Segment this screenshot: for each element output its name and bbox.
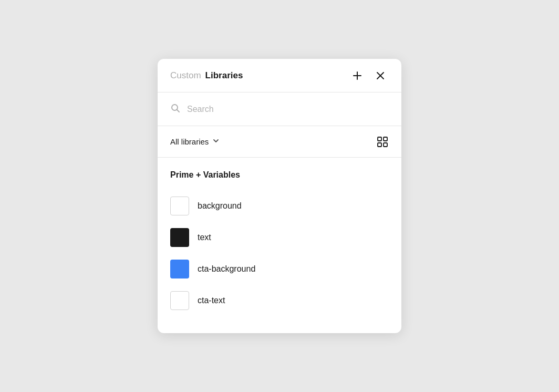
add-button[interactable] <box>349 67 366 84</box>
grid-view-button[interactable] <box>376 136 389 148</box>
filter-section: All libraries <box>158 126 401 158</box>
chevron-down-icon <box>212 137 220 147</box>
libraries-tab[interactable]: Libraries <box>205 70 345 81</box>
svg-rect-7 <box>384 137 387 141</box>
color-swatch-cta-text <box>170 291 189 310</box>
svg-rect-9 <box>384 143 387 147</box>
filter-label: All libraries <box>170 137 209 146</box>
color-list: background text cta-background cta-text <box>170 190 389 316</box>
close-button[interactable] <box>372 67 389 84</box>
header-actions <box>349 67 389 84</box>
list-item: text <box>170 222 389 253</box>
svg-line-5 <box>177 109 180 112</box>
grid-icon <box>376 136 389 148</box>
svg-rect-6 <box>378 137 381 141</box>
libraries-panel: Custom Libraries <box>158 59 401 333</box>
svg-rect-8 <box>378 143 381 147</box>
list-item: cta-background <box>170 253 389 285</box>
search-icon <box>170 103 181 116</box>
color-name: background <box>198 201 242 211</box>
color-swatch-cta-background <box>170 260 189 278</box>
color-swatch-background <box>170 197 189 215</box>
plus-icon <box>352 70 363 81</box>
color-name: cta-text <box>198 296 225 305</box>
color-name: cta-background <box>198 264 255 274</box>
section-title: Prime + Variables <box>170 170 389 180</box>
close-icon <box>375 70 386 81</box>
color-name: text <box>198 233 211 242</box>
list-item: background <box>170 190 389 222</box>
search-section <box>158 92 401 126</box>
content-section: Prime + Variables background text cta-ba… <box>158 158 401 333</box>
all-libraries-dropdown[interactable]: All libraries <box>170 137 220 147</box>
list-item: cta-text <box>170 285 389 316</box>
custom-tab[interactable]: Custom <box>170 70 201 81</box>
color-swatch-text <box>170 228 189 247</box>
search-input[interactable] <box>187 105 389 114</box>
panel-header: Custom Libraries <box>158 59 401 92</box>
